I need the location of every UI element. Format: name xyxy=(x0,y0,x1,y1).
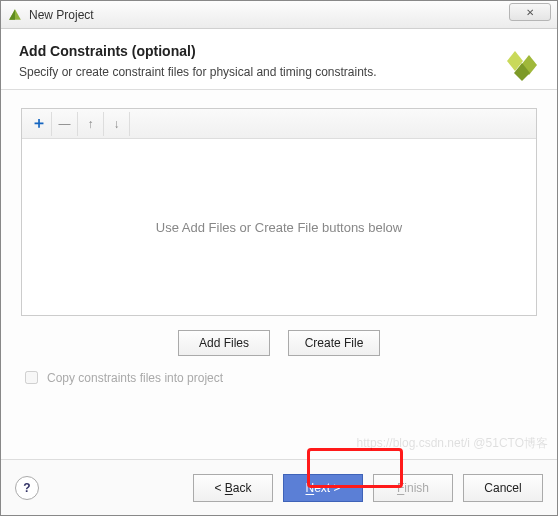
add-icon[interactable]: ＋ xyxy=(26,112,52,136)
header: Add Constraints (optional) Specify or cr… xyxy=(1,29,557,90)
page-subtitle: Specify or create constraint files for p… xyxy=(19,65,539,79)
brand-icon xyxy=(505,47,541,83)
panel-toolbar: ＋ — ↑ ↓ xyxy=(22,109,536,139)
svg-marker-1 xyxy=(9,9,15,20)
dialog-window: New Project ✕ Add Constraints (optional)… xyxy=(0,0,558,516)
file-list-empty: Use Add Files or Create File buttons bel… xyxy=(22,139,536,315)
window-close-button[interactable]: ✕ xyxy=(509,3,551,21)
window-title: New Project xyxy=(29,8,94,22)
page-title: Add Constraints (optional) xyxy=(19,43,539,59)
wizard-footer: ? < Back Next > Finish Cancel xyxy=(1,459,557,515)
empty-placeholder: Use Add Files or Create File buttons bel… xyxy=(156,220,402,235)
constraints-file-panel: ＋ — ↑ ↓ Use Add Files or Create File but… xyxy=(21,108,537,316)
titlebar: New Project ✕ xyxy=(1,1,557,29)
remove-icon[interactable]: — xyxy=(52,112,78,136)
help-button[interactable]: ? xyxy=(15,476,39,500)
finish-button: Finish xyxy=(373,474,453,502)
back-button[interactable]: < Back xyxy=(193,474,273,502)
copy-checkbox-input[interactable] xyxy=(25,371,38,384)
next-button[interactable]: Next > xyxy=(283,474,363,502)
close-icon: ✕ xyxy=(526,7,534,18)
cancel-button[interactable]: Cancel xyxy=(463,474,543,502)
copy-into-project-checkbox[interactable]: Copy constraints files into project xyxy=(21,368,537,387)
content-area: ＋ — ↑ ↓ Use Add Files or Create File but… xyxy=(1,90,557,459)
app-icon xyxy=(7,7,23,23)
move-down-icon[interactable]: ↓ xyxy=(104,112,130,136)
file-action-row: Add Files Create File xyxy=(21,316,537,366)
add-files-button[interactable]: Add Files xyxy=(178,330,270,356)
create-file-button[interactable]: Create File xyxy=(288,330,380,356)
help-icon: ? xyxy=(23,481,30,495)
copy-checkbox-label: Copy constraints files into project xyxy=(47,371,223,385)
move-up-icon[interactable]: ↑ xyxy=(78,112,104,136)
